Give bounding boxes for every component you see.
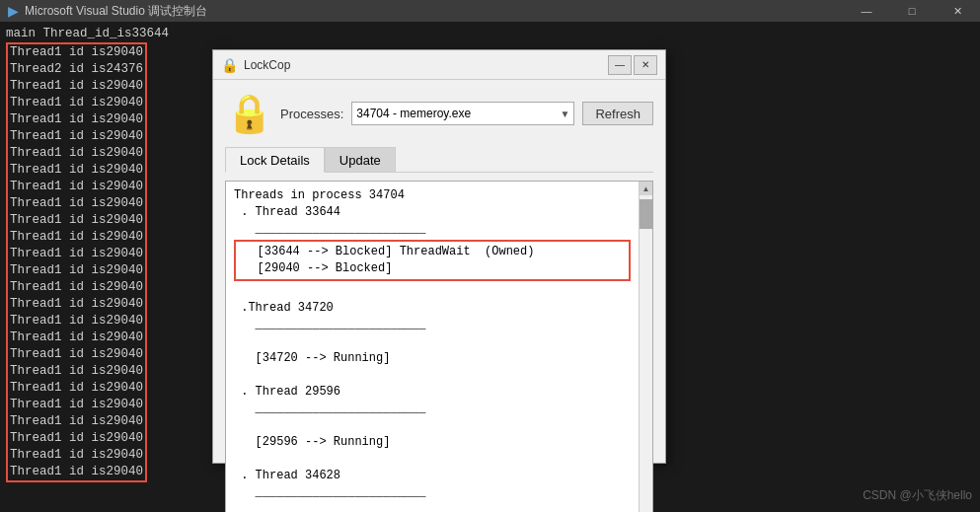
content-line-separator-3: ________________________ [234, 401, 631, 417]
content-line-thread-33644: . Thread 33644 [234, 204, 631, 221]
scrollbar-up-icon[interactable]: ▲ [640, 182, 652, 195]
scrollbar[interactable]: ▲ ▼ [639, 182, 652, 512]
content-line-thread-34720: .Thread 34720 [234, 300, 631, 317]
content-line-34720-running: [34720 --> Running] [234, 350, 631, 367]
process-dropdown[interactable]: 34704 - memeroy.exe ▼ [351, 102, 574, 125]
content-line-blank-3 [234, 367, 631, 384]
console-line-18: Thread1 id is29040 [10, 329, 143, 346]
console-line-4: Thread1 id is29040 [10, 95, 143, 111]
console-line-10: Thread1 id is29040 [10, 195, 143, 212]
content-line-blank-2 [234, 333, 631, 350]
content-line-threads-header: Threads in process 34704 [234, 187, 631, 204]
console-line-17: Thread1 id is29040 [10, 313, 143, 329]
console-line-16: Thread1 id is29040 [10, 296, 143, 313]
dialog-titlebar: 🔒 LockCop — ✕ [213, 50, 665, 80]
vs-close-btn[interactable]: ✕ [935, 0, 980, 22]
console-line-20: Thread1 id is29040 [10, 363, 143, 380]
console-line-19: Thread1 id is29040 [10, 346, 143, 363]
process-row: 🔒 Processes: 34704 - memeroy.exe ▼ Refre… [225, 90, 653, 137]
console-line-8: Thread1 id is29040 [10, 162, 143, 179]
dialog-controls: — ✕ [608, 55, 657, 75]
dialog-close-btn[interactable]: ✕ [634, 55, 657, 75]
dialog-body: 🔒 Processes: 34704 - memeroy.exe ▼ Refre… [213, 80, 665, 512]
process-value: 34704 - memeroy.exe [356, 107, 471, 120]
console-line-26: Thread1 id is29040 [10, 464, 143, 480]
refresh-button[interactable]: Refresh [582, 102, 653, 125]
console-line-24: Thread1 id is29040 [10, 430, 143, 447]
tab-update[interactable]: Update [325, 147, 396, 173]
process-label: Processes: [280, 107, 343, 121]
content-line-separator-2: ________________________ [234, 317, 631, 333]
console-line-2: Thread2 id is24376 [10, 61, 143, 78]
vs-restore-btn[interactable]: □ [889, 0, 935, 22]
highlight-line-1: [33644 --> Blocked] ThreadWait (Owned) [236, 244, 629, 260]
content-text[interactable]: Threads in process 34704 . Thread 33644 … [226, 182, 639, 512]
content-line-blank-1 [234, 283, 631, 300]
console-line-23: Thread1 id is29040 [10, 413, 143, 430]
vs-titlebar: ▶ Microsoft Visual Studio 调试控制台 — □ ✕ [0, 0, 980, 22]
console-line-25: Thread1 id is29040 [10, 447, 143, 464]
highlight-line-2: [29040 --> Blocked] [236, 260, 629, 277]
content-line-thread-34628: . Thread 34628 [234, 468, 631, 484]
console-line-21: Thread1 id is29040 [10, 380, 143, 397]
console-line-6: Thread1 id is29040 [10, 128, 143, 145]
dialog-minimize-btn[interactable]: — [608, 55, 632, 75]
content-line-separator-4: ________________________ [234, 484, 631, 501]
scrollbar-thumb[interactable] [640, 199, 652, 229]
console-line-13: Thread1 id is29040 [10, 246, 143, 262]
dropdown-arrow-icon: ▼ [561, 109, 570, 119]
lock-icon-large: 🔒 [225, 90, 272, 137]
vs-titlebar-controls: — □ ✕ [844, 0, 980, 22]
console-line-1: Thread1 id is29040 [10, 44, 143, 61]
content-line-separator-1: ________________________ [234, 221, 631, 238]
content-line-blank-6 [234, 501, 631, 512]
vs-icon: ▶ [8, 2, 19, 20]
lockcop-icon: 🔒 [221, 57, 238, 73]
dialog-title: LockCop [244, 58, 602, 72]
tab-lock-details[interactable]: Lock Details [225, 147, 325, 173]
console-line-9: Thread1 id is29040 [10, 179, 143, 195]
watermark: CSDN @小飞侠hello [863, 487, 972, 504]
console-line-15: Thread1 id is29040 [10, 279, 143, 296]
content-line-blank-4 [234, 417, 631, 434]
lockcop-dialog: 🔒 LockCop — ✕ 🔒 Processes: 34704 - memer… [212, 49, 666, 464]
content-line-thread-29596: . Thread 29596 [234, 384, 631, 401]
console-line-7: Thread1 id is29040 [10, 145, 143, 162]
content-highlighted-block: [33644 --> Blocked] ThreadWait (Owned) [… [234, 240, 631, 281]
tabs-row: Lock Details Update [225, 147, 653, 173]
vs-title: Microsoft Visual Studio 调试控制台 [25, 2, 207, 20]
console-line-14: Thread1 id is29040 [10, 262, 143, 279]
console-line-5: Thread1 id is29040 [10, 111, 143, 128]
console-line-12: Thread1 id is29040 [10, 229, 143, 246]
console-line-3: Thread1 id is29040 [10, 78, 143, 95]
content-line-29596-running: [29596 --> Running] [234, 434, 631, 451]
content-area: Threads in process 34704 . Thread 33644 … [225, 181, 653, 512]
console-line-22: Thread1 id is29040 [10, 397, 143, 413]
vs-minimize-btn[interactable]: — [844, 0, 889, 22]
console-line-11: Thread1 id is29040 [10, 212, 143, 229]
console-line-0: main Thread_id_is33644 [6, 26, 974, 42]
content-line-blank-5 [234, 451, 631, 468]
